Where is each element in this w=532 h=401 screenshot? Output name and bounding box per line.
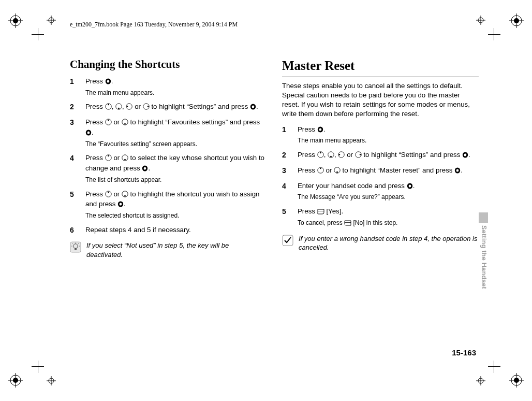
step-number: 5 — [70, 190, 85, 220]
heading-rule — [282, 77, 479, 77]
step-text: Press , , or to highlight “Settings” and… — [85, 102, 267, 112]
svg-rect-60 — [75, 248, 77, 250]
step-text: Repeat steps 4 and 5 if necessary. — [85, 225, 267, 235]
right-column: Master Reset These steps enable you to c… — [282, 57, 479, 260]
softkey-right-icon — [344, 220, 351, 228]
registration-small-icon — [47, 16, 56, 25]
svg-line-64 — [72, 243, 73, 244]
registration-mark-icon — [509, 13, 524, 28]
svg-point-35 — [127, 106, 128, 108]
nav-right-icon — [355, 151, 362, 161]
nav-down-icon — [122, 154, 128, 164]
svg-point-43 — [124, 123, 126, 125]
step-subtext: The main menu appears. — [85, 89, 267, 97]
svg-point-37 — [147, 106, 149, 108]
nav-up-icon — [105, 119, 112, 128]
svg-point-29 — [107, 80, 109, 83]
svg-point-81 — [336, 171, 338, 173]
svg-point-67 — [319, 128, 321, 131]
nav-down-icon — [115, 103, 122, 112]
step-item: 4 Enter your handset code and press . Th… — [282, 181, 479, 202]
note-text: If you enter a wrong handset code in ste… — [299, 234, 479, 252]
side-section-label: Setting the Handset — [480, 225, 487, 289]
registration-mark-icon — [8, 373, 23, 388]
svg-point-55 — [124, 195, 126, 196]
svg-point-53 — [108, 191, 109, 193]
step-text: Press , , or to highlight “Settings” and… — [298, 150, 479, 161]
step-item: 5 Press or to highlight the shortcut you… — [70, 190, 267, 220]
nav-up-icon — [105, 191, 112, 200]
step-subtext: The Message “Are you sure?” appears. — [298, 193, 479, 201]
step-number: 4 — [282, 181, 298, 202]
nav-up-icon — [105, 154, 112, 164]
check-note: If you enter a wrong handset code in ste… — [282, 234, 479, 252]
step-number: 6 — [70, 225, 85, 235]
crop-mark-icon — [38, 346, 58, 367]
step-subtext: The main menu appears. — [298, 136, 479, 145]
side-tab-marker — [479, 212, 488, 223]
step-number: 3 — [282, 166, 298, 176]
svg-point-45 — [87, 132, 90, 134]
svg-point-75 — [359, 154, 361, 155]
step-number: 1 — [282, 125, 298, 145]
step-number: 2 — [282, 150, 298, 161]
svg-point-39 — [252, 106, 255, 108]
step-subtext: The selected shortcut is assigned. — [85, 211, 267, 220]
lightbulb-icon — [70, 241, 81, 253]
svg-point-41 — [108, 120, 109, 121]
svg-point-31 — [108, 104, 109, 106]
svg-point-79 — [320, 167, 321, 169]
nav-down-icon — [122, 191, 128, 200]
center-key-icon — [85, 129, 92, 138]
step-number: 4 — [70, 153, 85, 184]
left-column: Changing the Shortcuts 1 Press . The mai… — [70, 57, 267, 260]
registration-small-icon — [476, 376, 485, 385]
svg-point-69 — [320, 152, 321, 153]
checkmark-icon — [282, 235, 293, 246]
step-text: Press or to select the key whose shortcu… — [85, 153, 267, 174]
center-key-icon — [407, 182, 413, 192]
crop-mark-icon — [38, 34, 58, 55]
svg-point-83 — [456, 169, 459, 171]
nav-up-icon — [105, 103, 112, 112]
center-key-icon — [142, 165, 148, 174]
registration-small-icon — [476, 16, 485, 25]
nav-up-icon — [317, 167, 324, 176]
step-subtext: The list of shortcuts appear. — [85, 176, 267, 184]
nav-down-icon — [122, 119, 128, 128]
step-number: 1 — [70, 77, 85, 97]
content-area: Changing the Shortcuts 1 Press . The mai… — [70, 57, 479, 260]
step-text: Press . — [298, 125, 479, 135]
crop-mark-icon — [474, 346, 494, 367]
step-number: 5 — [282, 207, 298, 228]
step-item: 6 Repeat steps 4 and 5 if necessary. — [70, 225, 267, 235]
tip-note: If you select “Not used” in step 5, the … — [70, 241, 267, 259]
center-key-icon — [462, 151, 468, 161]
section-heading-shortcuts: Changing the Shortcuts — [70, 57, 267, 71]
svg-point-57 — [120, 203, 122, 206]
step-text: Press or to highlight “Master reset” and… — [298, 166, 479, 176]
step-item: 3 Press or to highlight “Favourites sett… — [70, 118, 267, 148]
softkey-left-icon — [317, 208, 324, 217]
nav-up-icon — [317, 151, 324, 161]
center-key-icon — [454, 167, 461, 176]
section-heading-master-reset: Master Reset — [282, 57, 479, 75]
center-key-icon — [250, 103, 256, 112]
step-text: Press or to highlight “Favourites settin… — [85, 118, 267, 138]
center-key-icon — [105, 78, 111, 87]
note-text: If you select “Not used” in step 5, the … — [86, 241, 267, 259]
step-subtext: To cancel, press [No] in this step. — [298, 219, 479, 228]
svg-point-51 — [144, 167, 146, 170]
step-item: 2 Press , , or to highlight “Settings” a… — [282, 150, 479, 161]
nav-left-icon — [126, 103, 132, 112]
svg-point-73 — [339, 154, 341, 155]
step-text: Press . — [85, 77, 267, 87]
svg-point-47 — [108, 155, 109, 157]
svg-point-49 — [124, 159, 126, 161]
registration-mark-icon — [509, 373, 524, 388]
step-item: 3 Press or to highlight “Master reset” a… — [282, 166, 479, 176]
crop-mark-icon — [474, 34, 494, 55]
step-subtext: The “Favourites setting” screen appears. — [85, 140, 267, 148]
nav-left-icon — [338, 151, 345, 161]
step-item: 1 Press . The main menu appears. — [282, 125, 479, 145]
